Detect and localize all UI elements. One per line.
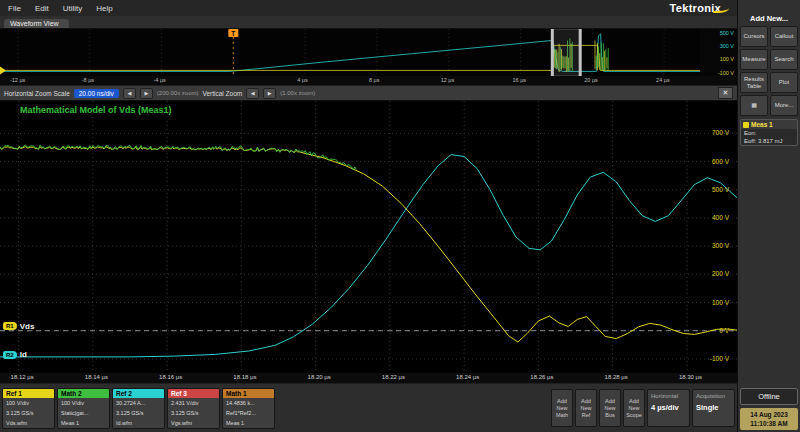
badge-line: 30.2724 A... bbox=[113, 398, 164, 408]
cursors-button[interactable]: Cursors bbox=[740, 26, 768, 47]
badge-line: Vds.wfm bbox=[3, 418, 54, 428]
main-waveform-plot[interactable]: Mathematical Model of Vds (Meas1) 700 V6… bbox=[0, 101, 737, 373]
h-zoom-scale-value[interactable]: 20.00 ns/div bbox=[74, 89, 119, 98]
overview-y-tick: -100 V bbox=[718, 70, 734, 76]
h-zoom-increase-button[interactable]: ▶ bbox=[140, 88, 153, 99]
overview-waveform-canvas[interactable]: T bbox=[0, 29, 700, 76]
main-x-tick: 18.18 µs bbox=[233, 374, 256, 380]
more-button[interactable]: More... bbox=[770, 95, 798, 116]
badge-line: Static|gat... bbox=[58, 408, 109, 418]
menu-edit[interactable]: Edit bbox=[35, 4, 49, 13]
ref1-position-marker[interactable] bbox=[0, 66, 6, 74]
main-x-tick: 18.22 µs bbox=[382, 374, 405, 380]
badge-title: Math 1 bbox=[223, 389, 274, 398]
main-x-tick: 18.12 µs bbox=[11, 374, 34, 380]
main-x-tick: 18.20 µs bbox=[308, 374, 331, 380]
menu-utility[interactable]: Utility bbox=[63, 4, 83, 13]
overview-x-tick: -12 µs bbox=[10, 77, 25, 83]
overview-x-tick: 20 µs bbox=[584, 77, 598, 83]
ref1-chip: R1 bbox=[3, 322, 17, 330]
overview-y-tick: 100 V bbox=[720, 56, 734, 62]
add-new-header: Add New... bbox=[740, 14, 798, 23]
add-new-math-button[interactable]: AddNewMath bbox=[551, 389, 573, 427]
acquisition-value: Single bbox=[696, 403, 731, 412]
h-zoom-factor: (200.00x zoom) bbox=[157, 90, 199, 96]
overview-x-tick: -4 µs bbox=[154, 77, 166, 83]
trace-Id bbox=[0, 155, 737, 357]
overview-y-tick: 300 V bbox=[720, 43, 734, 49]
overview-x-tick: 16 µs bbox=[513, 77, 527, 83]
overview-row: T 500 V300 V100 V-100 V bbox=[0, 29, 737, 76]
main-x-tick: 18.26 µs bbox=[530, 374, 553, 380]
meas1-name: Meas 1 bbox=[751, 121, 773, 128]
id-channel-marker[interactable]: R2 Id bbox=[3, 350, 27, 359]
badge-line: Id.wfm bbox=[113, 418, 164, 428]
tab-bar: Waveform View bbox=[0, 16, 737, 29]
add-new-ref-button[interactable]: AddNewRef bbox=[575, 389, 597, 427]
tektronix-logo: Tektronix bbox=[670, 2, 729, 14]
id-label: Id bbox=[20, 350, 27, 359]
horizontal-panel[interactable]: Horizontal 4 µs/div bbox=[647, 389, 690, 427]
acquisition-panel[interactable]: Acquisition Single bbox=[692, 389, 735, 427]
channel-badge-ref3[interactable]: Ref 3 2.431 V/div 3.125 GS/s Vgs.wfm bbox=[167, 388, 220, 429]
overview-x-tick: 8 µs bbox=[369, 77, 380, 83]
add-new-bus-button[interactable]: AddNewBus bbox=[599, 389, 621, 427]
overview-plot[interactable]: T bbox=[0, 29, 700, 76]
badge-line: Meas 1 bbox=[223, 418, 274, 428]
plot-button[interactable]: Plot bbox=[770, 72, 798, 93]
main-x-axis: 18.12 µs18.14 µs18.16 µs18.18 µs18.20 µs… bbox=[0, 373, 737, 384]
badge-title: Ref 2 bbox=[113, 389, 164, 398]
zoom-handle-left[interactable] bbox=[551, 29, 554, 76]
overview-x-tick: 4 µs bbox=[297, 77, 308, 83]
trigger-letter: T bbox=[231, 30, 235, 37]
waveform-grid-button[interactable]: ▦ bbox=[740, 95, 768, 116]
zoom-toolbar: Horizontal Zoom Scale 20.00 ns/div ◀ ▶ (… bbox=[0, 86, 737, 101]
sidebar: Add New... Cursors Callout Measure Searc… bbox=[737, 0, 800, 432]
vds-channel-marker[interactable]: R1 Vds bbox=[3, 322, 34, 331]
left-column: File Edit Utility Help Tektronix Wavefor… bbox=[0, 0, 737, 432]
plot-title: Mathematical Model of Vds (Meas1) bbox=[20, 105, 172, 115]
h-zoom-scale-label: Horizontal Zoom Scale bbox=[4, 90, 70, 97]
measure-button[interactable]: Measure bbox=[740, 49, 768, 70]
results-table-button[interactable]: Results Table bbox=[740, 72, 768, 93]
channel-badge-math2[interactable]: Math 2 100 V/div Static|gat... Meas 1 bbox=[57, 388, 110, 429]
h-zoom-decrease-button[interactable]: ◀ bbox=[123, 88, 136, 99]
overview-y-axis: 500 V300 V100 V-100 V bbox=[700, 29, 737, 76]
main-x-tick: 18.28 µs bbox=[605, 374, 628, 380]
badge-line: Ref1*Ref2... bbox=[223, 408, 274, 418]
v-zoom-decrease-button[interactable]: ◀ bbox=[246, 88, 259, 99]
tab-waveform-view[interactable]: Waveform View bbox=[4, 19, 69, 28]
bottom-bar: Ref 1 100 V/div 3.125 GS/s Vds.wfm Math … bbox=[0, 384, 737, 432]
overview-x-tick: 12 µs bbox=[441, 77, 455, 83]
trace-Vds bbox=[0, 147, 737, 342]
close-zoom-view-button[interactable]: ✕ bbox=[718, 87, 733, 99]
search-button[interactable]: Search bbox=[770, 49, 798, 70]
v-zoom-factor: (1.00x zoom) bbox=[280, 90, 315, 96]
main-x-tick: 18.24 µs bbox=[456, 374, 479, 380]
v-zoom-label: Vertical Zoom bbox=[203, 90, 243, 97]
main-waveform-canvas[interactable] bbox=[0, 101, 737, 373]
channel-badge-ref2[interactable]: Ref 2 30.2724 A... 3.125 GS/s Id.wfm bbox=[112, 388, 165, 429]
date-text: 14 Aug 2023 bbox=[742, 410, 796, 419]
horizontal-title: Horizontal bbox=[651, 393, 686, 399]
badge-line: 3.125 GS/s bbox=[168, 408, 219, 418]
menu-help[interactable]: Help bbox=[96, 4, 112, 13]
badge-line: 100 V/div bbox=[3, 398, 54, 408]
channel-badge-ref1[interactable]: Ref 1 100 V/div 3.125 GS/s Vds.wfm bbox=[2, 388, 55, 429]
add-new-scope-button[interactable]: AddNewScope bbox=[623, 389, 645, 427]
main-x-tick: 18.30 µs bbox=[679, 374, 702, 380]
acquisition-title: Acquisition bbox=[696, 393, 731, 399]
meas1-badge[interactable]: Meas 1 Eon: Eoff: 3.817 mJ bbox=[740, 119, 798, 146]
callout-button[interactable]: Callout bbox=[770, 26, 798, 47]
zoom-window[interactable] bbox=[553, 29, 580, 76]
menu-file[interactable]: File bbox=[8, 4, 21, 13]
meas1-title-row: Meas 1 bbox=[741, 120, 797, 129]
badge-title: Math 2 bbox=[58, 389, 109, 398]
overview-x-tick: -8 µs bbox=[82, 77, 94, 83]
v-zoom-increase-button[interactable]: ▶ bbox=[263, 88, 276, 99]
zoom-handle-right[interactable] bbox=[579, 29, 582, 76]
channel-badge-math1[interactable]: Math 1 14.4836 k... Ref1*Ref2... Meas 1 bbox=[222, 388, 275, 429]
sidebar-spacer bbox=[740, 149, 798, 385]
datetime-display: 14 Aug 2023 11:10:38 AM bbox=[740, 408, 798, 430]
offline-button[interactable]: Offline bbox=[740, 388, 798, 405]
